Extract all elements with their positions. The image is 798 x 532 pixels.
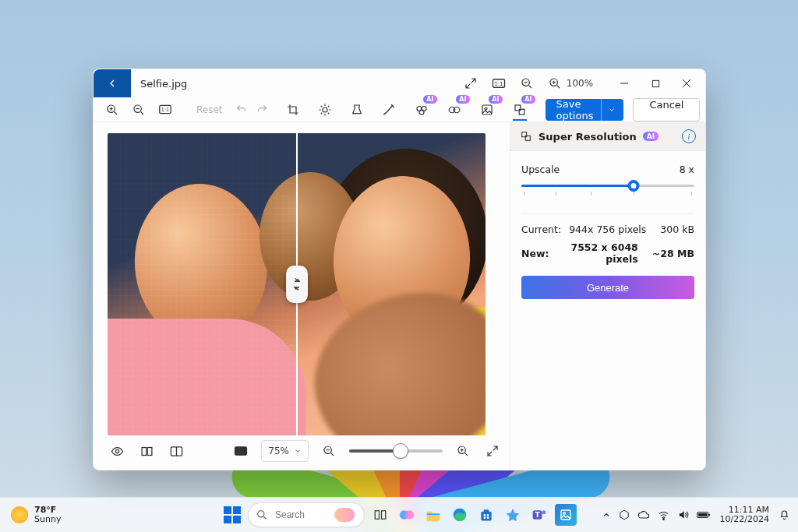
footer-zoom-out-icon[interactable] (320, 442, 338, 460)
comparison-image[interactable] (108, 133, 486, 435)
explorer-icon[interactable] (422, 504, 444, 526)
volume-icon[interactable] (677, 509, 689, 520)
close-button[interactable] (671, 71, 702, 96)
edge-icon[interactable] (449, 504, 471, 526)
svg-point-28 (258, 511, 264, 517)
screen-fit-icon[interactable] (231, 442, 250, 460)
svg-rect-4 (652, 80, 659, 86)
current-dims: 944x 756 pixels (561, 224, 646, 235)
svg-text:T: T (535, 510, 540, 519)
task-view-icon[interactable] (369, 504, 391, 526)
minimize-button[interactable] (609, 71, 640, 96)
tray-chevron-icon[interactable] (602, 510, 611, 520)
blur-bg-icon[interactable]: AI (447, 100, 461, 119)
save-options-button[interactable]: Save options (546, 99, 624, 121)
taskbar-search[interactable] (248, 502, 365, 527)
current-size: 300 kB (660, 224, 694, 235)
teams-icon[interactable]: T (528, 504, 550, 526)
chevron-down-icon[interactable] (601, 99, 616, 121)
remove-bg-icon[interactable]: AI (480, 100, 494, 119)
notifications-icon[interactable] (779, 509, 790, 521)
current-label: Current: (521, 224, 561, 235)
app-icon-1[interactable] (502, 504, 524, 526)
filename-label: Selfie.jpg (140, 78, 187, 90)
fit-tool[interactable]: 1:1 (156, 100, 175, 119)
crop-icon[interactable] (287, 100, 299, 119)
svg-rect-30 (382, 511, 386, 520)
svg-point-43 (542, 510, 546, 514)
tray-app-icon[interactable] (619, 509, 630, 520)
svg-point-16 (485, 107, 487, 110)
svg-rect-21 (147, 447, 152, 455)
generate-button[interactable]: Generate (521, 276, 694, 299)
svg-rect-33 (427, 513, 440, 515)
wifi-icon[interactable] (658, 510, 669, 520)
compare-icon[interactable] (137, 442, 156, 460)
super-res-icon[interactable]: AI (513, 100, 527, 121)
comparison-handle[interactable] (286, 266, 308, 303)
fullscreen-icon[interactable] (483, 442, 502, 460)
svg-point-32 (405, 510, 415, 520)
upscale-value: 8 x (680, 164, 694, 175)
desktop: Selfie.jpg 1:1 100% 1:1 Re (0, 0, 798, 532)
svg-point-9 (323, 107, 327, 112)
svg-point-19 (115, 449, 118, 453)
markup-icon[interactable] (382, 100, 396, 119)
svg-rect-38 (487, 514, 489, 516)
visibility-icon[interactable] (108, 442, 126, 460)
search-input[interactable] (274, 509, 328, 521)
svg-rect-29 (375, 511, 379, 520)
svg-text:1:1: 1:1 (495, 81, 503, 87)
reset-button[interactable]: Reset (193, 103, 226, 117)
redo-icon[interactable] (256, 100, 268, 119)
new-size: ~28 MB (652, 248, 694, 259)
zoom-out-icon[interactable] (518, 75, 535, 92)
super-resolution-panel: Super Resolution AI i Upscale 8 x (510, 122, 705, 470)
fit-icon[interactable]: 1:1 (490, 75, 507, 92)
svg-point-46 (662, 518, 664, 520)
titlebar: Selfie.jpg 1:1 100% (94, 69, 705, 97)
onedrive-icon[interactable] (637, 510, 650, 520)
battery-icon[interactable] (697, 510, 711, 520)
zoom-label: 100% (571, 75, 588, 92)
ai-badge: AI (643, 132, 659, 141)
erase-icon[interactable]: AI (415, 100, 429, 119)
cancel-button[interactable]: Cancel (633, 98, 700, 122)
filter-icon[interactable] (351, 100, 363, 119)
start-button[interactable] (221, 504, 243, 526)
copilot-icon[interactable] (396, 504, 418, 526)
svg-rect-49 (698, 513, 707, 516)
zoom-in-icon[interactable] (546, 75, 563, 92)
svg-point-45 (563, 513, 566, 515)
clock[interactable]: 11:11 AM 10/22/2024 (720, 506, 769, 524)
store-icon[interactable] (475, 504, 497, 526)
zoom-out-tool[interactable] (129, 100, 148, 119)
zoom-slider[interactable] (349, 449, 443, 453)
info-icon[interactable]: i (682, 129, 696, 143)
system-tray: 11:11 AM 10/22/2024 (602, 506, 790, 524)
undo-icon[interactable] (235, 100, 247, 119)
new-dims: 7552 x 6048 pixels (549, 241, 638, 265)
expand-icon[interactable] (462, 75, 479, 92)
edit-toolbar: 1:1 Reset AI AI AI AI Save options (94, 97, 705, 122)
upscale-slider[interactable] (521, 185, 694, 196)
upscale-label: Upscale (521, 164, 560, 175)
footer-zoom-in-icon[interactable] (454, 442, 472, 460)
split-icon[interactable] (167, 442, 185, 460)
svg-text:1:1: 1:1 (161, 107, 169, 113)
weather-widget[interactable]: 78°F Sunny (11, 506, 61, 523)
adjust-icon[interactable] (318, 100, 332, 119)
svg-rect-36 (484, 509, 489, 512)
zoom-selector[interactable]: 75% (261, 440, 309, 462)
svg-rect-40 (487, 517, 489, 520)
zoom-in-tool[interactable] (103, 100, 122, 119)
sun-icon (11, 506, 28, 523)
back-button[interactable] (94, 69, 131, 97)
svg-rect-35 (481, 512, 491, 521)
svg-rect-20 (142, 447, 147, 455)
photos-app-icon[interactable] (555, 504, 577, 526)
maximize-button[interactable] (640, 71, 671, 96)
taskbar: 78°F Sunny T (0, 497, 798, 532)
svg-rect-23 (235, 447, 247, 456)
panel-title: Super Resolution (538, 131, 637, 143)
